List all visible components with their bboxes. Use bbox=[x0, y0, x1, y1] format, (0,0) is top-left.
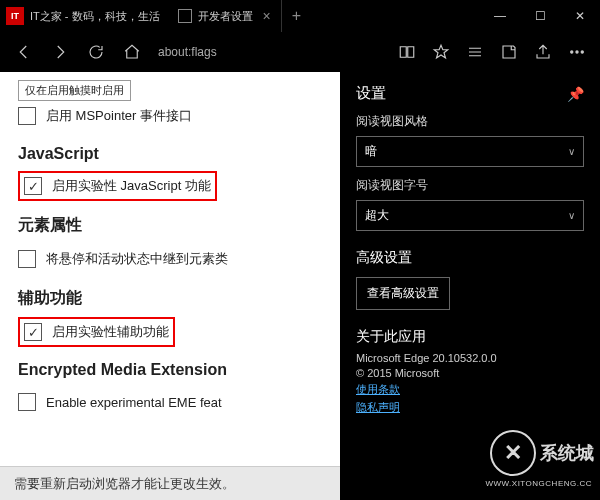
back-button[interactable] bbox=[6, 32, 42, 72]
chevron-down-icon: ∨ bbox=[568, 146, 575, 157]
banner-text: 需要重新启动浏览器才能让更改生效。 bbox=[14, 475, 235, 493]
new-tab-button[interactable]: + bbox=[282, 7, 311, 25]
flag-row: 启用实验性 JavaScript 功能 bbox=[24, 175, 211, 197]
flag-label: 将悬停和活动状态中继到元素类 bbox=[46, 250, 228, 268]
flag-label: Enable experimental EME feat bbox=[46, 395, 222, 410]
home-button[interactable] bbox=[114, 32, 150, 72]
nav-bar: about:flags bbox=[0, 32, 600, 72]
webnote-button[interactable] bbox=[492, 32, 526, 72]
pin-icon[interactable]: 📌 bbox=[567, 86, 584, 102]
forward-button[interactable] bbox=[42, 32, 78, 72]
tab-close-button[interactable]: × bbox=[263, 8, 271, 24]
checkbox-js-experimental[interactable] bbox=[24, 177, 42, 195]
flag-label: 启用实验性辅助功能 bbox=[52, 323, 169, 341]
flag-label: 启用实验性 JavaScript 功能 bbox=[52, 177, 211, 195]
window-maximize-button[interactable]: ☐ bbox=[520, 0, 560, 32]
section-about: 关于此应用 bbox=[356, 328, 584, 346]
title-bar: IT IT之家 - 数码，科技，生活 开发者设置 × + — ☐ ✕ bbox=[0, 0, 600, 32]
watermark-logo: ✕ bbox=[490, 430, 536, 476]
site-title: IT之家 - 数码，科技，生活 bbox=[30, 9, 160, 24]
link-privacy[interactable]: 隐私声明 bbox=[356, 400, 584, 415]
svg-point-2 bbox=[581, 51, 583, 53]
tab-favicon bbox=[178, 9, 192, 23]
settings-header: 设置 📌 bbox=[356, 84, 584, 103]
select-value: 超大 bbox=[365, 207, 389, 224]
about-version: Microsoft Edge 20.10532.0.0 bbox=[356, 352, 584, 364]
hub-button[interactable] bbox=[458, 32, 492, 72]
label-reading-style: 阅读视图风格 bbox=[356, 113, 584, 130]
checkbox-accessibility-experimental[interactable] bbox=[24, 323, 42, 341]
browser-tab[interactable]: 开发者设置 × bbox=[168, 0, 282, 32]
reading-view-button[interactable] bbox=[390, 32, 424, 72]
favorite-button[interactable] bbox=[424, 32, 458, 72]
share-button[interactable] bbox=[526, 32, 560, 72]
select-value: 暗 bbox=[365, 143, 377, 160]
settings-title: 设置 bbox=[356, 84, 386, 103]
label-reading-size: 阅读视图字号 bbox=[356, 177, 584, 194]
select-reading-style[interactable]: 暗 ∨ bbox=[356, 136, 584, 167]
link-terms[interactable]: 使用条款 bbox=[356, 382, 584, 397]
window-close-button[interactable]: ✕ bbox=[560, 0, 600, 32]
watermark-text: 系统城 bbox=[540, 441, 594, 465]
checkbox-eme[interactable] bbox=[18, 393, 36, 411]
checkbox-element-relay[interactable] bbox=[18, 250, 36, 268]
window-minimize-button[interactable]: — bbox=[480, 0, 520, 32]
partial-row: 仅在启用触摸时启用 bbox=[18, 80, 131, 101]
site-badge: IT bbox=[6, 7, 24, 25]
section-advanced: 高级设置 bbox=[356, 249, 584, 267]
checkbox-mspointer[interactable] bbox=[18, 107, 36, 125]
tab-title: 开发者设置 bbox=[198, 9, 253, 24]
chevron-down-icon: ∨ bbox=[568, 210, 575, 221]
about-copyright: © 2015 Microsoft bbox=[356, 367, 584, 379]
svg-point-1 bbox=[576, 51, 578, 53]
highlight-box: 启用实验性辅助功能 bbox=[18, 317, 175, 347]
highlight-box: 启用实验性 JavaScript 功能 bbox=[18, 171, 217, 201]
watermark-url: WWW.XITONGCHENG.CC bbox=[485, 479, 592, 488]
watermark: ✕ 系统城 bbox=[490, 430, 594, 476]
address-bar[interactable]: about:flags bbox=[150, 45, 390, 59]
view-advanced-button[interactable]: 查看高级设置 bbox=[356, 277, 450, 310]
flag-label: 启用 MSPointer 事件接口 bbox=[46, 107, 192, 125]
more-button[interactable] bbox=[560, 32, 594, 72]
flag-row: 启用实验性辅助功能 bbox=[24, 321, 169, 343]
svg-point-0 bbox=[571, 51, 573, 53]
refresh-button[interactable] bbox=[78, 32, 114, 72]
select-reading-size[interactable]: 超大 ∨ bbox=[356, 200, 584, 231]
